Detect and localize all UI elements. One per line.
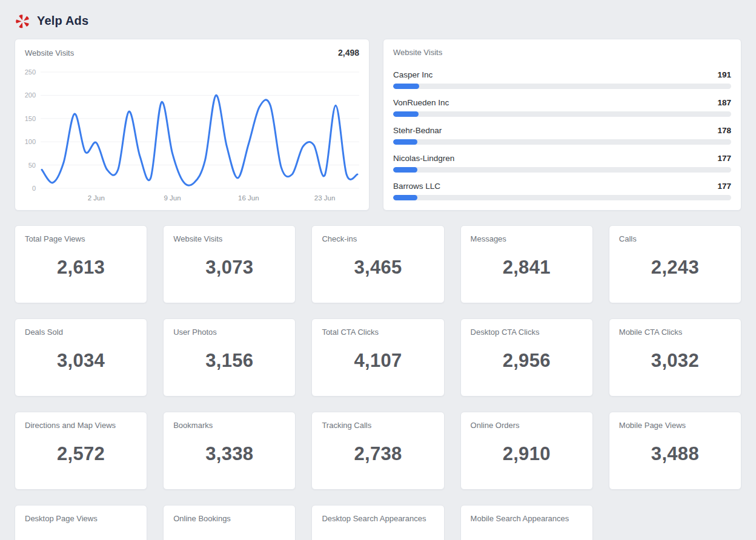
x-axis-tick-label: 23 Jun [314,194,336,202]
progress-fill [393,167,417,173]
y-axis-tick-label: 100 [25,138,36,145]
stat-value-wrap: 2,738 [322,430,434,481]
leaderboard-row-header: Barrows LLC177 [393,182,731,191]
leaderboard-title: Website Visits [393,48,731,57]
stat-card: Desktop CTA Clicks2,956 [460,318,593,397]
stat-value: 2,841 [503,257,551,278]
stat-label: Online Bookings [173,514,285,523]
chart-line-series [42,95,357,185]
stat-label: Tracking Calls [322,421,434,430]
x-axis-tick-label: 16 Jun [238,194,259,202]
stat-label: Check-ins [322,234,434,243]
stat-value: 3,488 [651,443,699,465]
leaderboard-row: Stehr-Bednar178 [393,126,731,145]
progress-fill [393,139,417,145]
stat-value: 2,572 [57,443,105,465]
x-axis-tick-label: 2 Jun [88,194,105,202]
stat-label: Online Orders [471,421,583,430]
stat-value: 3,032 [651,350,699,372]
stat-value-wrap: 2,910 [471,430,583,481]
stat-card: Total Page Views2,613 [15,225,147,303]
page-title: Yelp Ads [37,14,88,28]
stat-value-wrap: 3,073 [173,243,285,294]
business-value: 178 [717,126,731,135]
stat-value-wrap [25,523,137,540]
stat-label: Bookmarks [173,421,285,430]
stat-card: Online Orders2,910 [460,412,593,490]
stat-card: User Photos3,156 [163,318,296,397]
leaderboard-row-header: Nicolas-Lindgren177 [393,154,731,163]
stat-value-wrap [173,523,285,540]
leaderboard-row: Nicolas-Lindgren177 [393,154,731,173]
leaderboard-row-header: VonRueden Inc187 [393,98,731,107]
stat-value: 4,107 [354,350,402,372]
leaderboard-row-header: Casper Inc191 [393,70,731,79]
business-name: Nicolas-Lindgren [393,154,454,163]
website-visits-line-chart[interactable]: 0501001502002502 Jun9 Jun16 Jun23 Jun [25,60,359,203]
stat-card: Deals Sold3,034 [15,318,147,397]
website-visits-chart-card: Website Visits 2,498 0501001502002502 Ju… [15,39,370,211]
chart-card-header: Website Visits 2,498 [25,48,359,58]
stat-value-wrap: 2,956 [471,337,583,387]
stat-card: Messages2,841 [460,225,593,303]
business-value: 187 [717,98,731,107]
stat-value: 3,073 [205,257,253,278]
y-axis-tick-label: 250 [25,68,36,76]
stat-value-wrap: 2,613 [25,243,137,294]
chart-total-value: 2,498 [338,48,359,58]
app-header: Yelp Ads [15,0,741,39]
stat-value: 3,465 [354,257,402,278]
stat-value: 2,738 [354,443,402,465]
business-name: Casper Inc [393,70,433,79]
stat-label: Website Visits [173,234,285,243]
business-value: 191 [717,70,731,79]
stat-value-wrap: 4,107 [322,337,434,387]
stat-value: 3,034 [57,350,105,372]
stat-value: 2,910 [503,443,551,465]
stat-value: 2,243 [651,257,699,278]
stat-card: Desktop Search Appearances [311,505,444,540]
progress-track [393,139,731,145]
leaderboard-rows: Casper Inc191VonRueden Inc187Stehr-Bedna… [393,69,731,200]
progress-track [393,111,731,117]
progress-track [393,84,731,89]
stat-value-wrap [471,523,583,540]
stat-value-wrap: 3,156 [173,337,285,387]
stat-label: Deals Sold [25,328,137,337]
website-visits-leaderboard-card: Website Visits Casper Inc191VonRueden In… [383,39,741,211]
progress-fill [393,195,417,200]
stat-card: Bookmarks3,338 [163,412,296,490]
stat-value-wrap: 3,034 [25,337,137,387]
stat-label: Mobile Search Appearances [471,514,583,523]
stat-value: 2,613 [57,257,105,278]
stat-label: Mobile CTA Clicks [619,328,731,337]
chart-title: Website Visits [25,48,74,58]
stat-value-wrap: 3,032 [619,337,731,387]
stat-value-wrap: 3,465 [322,243,434,294]
progress-fill [393,111,419,117]
stat-label: Mobile Page Views [619,421,731,430]
progress-track [393,195,731,200]
leaderboard-row: Casper Inc191 [393,70,731,89]
yelp-logo-icon [15,13,31,29]
stat-card: Calls2,243 [609,225,741,303]
stat-card: Directions and Map Views2,572 [15,412,147,490]
y-axis-tick-label: 200 [25,91,36,99]
stat-value: 2,956 [503,350,551,372]
stat-value-wrap: 2,243 [619,243,731,294]
stat-label: Total CTA Clicks [322,328,434,337]
leaderboard-row: VonRueden Inc187 [393,98,731,117]
stat-label: Messages [471,234,583,243]
stat-label: Calls [619,234,731,243]
dashboard-page: Yelp Ads Website Visits 2,498 0501001502… [0,0,756,540]
stat-card: Tracking Calls2,738 [311,412,444,490]
stat-label: User Photos [173,328,285,337]
stat-card: Mobile Page Views3,488 [609,412,741,490]
stat-value-wrap: 2,572 [25,430,137,481]
progress-fill [393,84,419,89]
stat-card: Website Visits3,073 [163,225,296,303]
stats-grid: Total Page Views2,613Website Visits3,073… [15,225,741,540]
stat-card: Desktop Page Views [15,505,147,540]
y-axis-tick-label: 150 [25,115,36,122]
stat-label: Desktop Search Appearances [322,514,434,523]
